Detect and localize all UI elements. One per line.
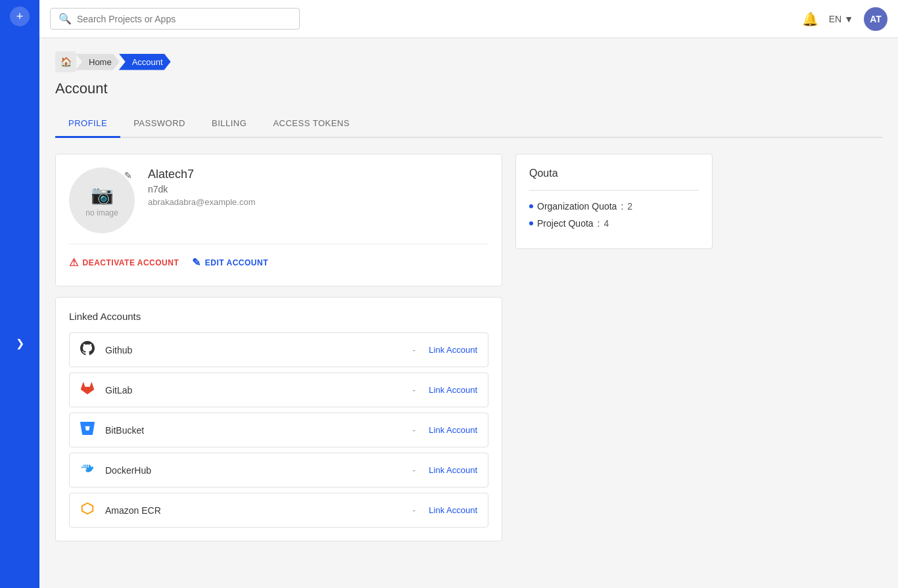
top-navigation: 🔍 🔔 EN ▼ AT	[39, 0, 898, 38]
profile-info: ✎ 📷 no image Alatech7 n7dk abrakadabra@e…	[69, 168, 488, 244]
linked-accounts-title: Linked Accounts	[69, 311, 488, 322]
quota-org-separator: :	[621, 201, 623, 212]
profile-card: ✎ 📷 no image Alatech7 n7dk abrakadabra@e…	[55, 154, 502, 286]
breadcrumb-link-home[interactable]: Home	[76, 54, 120, 70]
account-tabs: PROFILE PASSWORD BILLING ACCESS TOKENS	[55, 110, 882, 138]
quota-item-project: Project Quota : 4	[529, 218, 699, 229]
linked-item-gitlab-name: GitLab	[105, 385, 413, 396]
linked-accounts-list: Github - Link Account GitLab - Link Acco…	[69, 332, 488, 528]
profile-name: Alatech7	[148, 168, 488, 181]
tab-access-tokens[interactable]: ACCESS TOKENS	[260, 110, 363, 138]
link-account-dockerhub-button[interactable]: Link Account	[429, 465, 477, 475]
quota-title: Qouta	[529, 168, 699, 179]
link-account-gitlab-button[interactable]: Link Account	[429, 385, 477, 395]
edit-account-button[interactable]: ✎ EDIT ACCOUNT	[192, 252, 268, 273]
content-grid: ✎ 📷 no image Alatech7 n7dk abrakadabra@e…	[55, 154, 882, 552]
quota-org-value: 2	[627, 201, 632, 212]
link-account-github-button[interactable]: Link Account	[429, 345, 477, 355]
tab-billing[interactable]: BILLING	[199, 110, 260, 138]
quota-bullet-icon	[529, 204, 533, 208]
linked-item-github-name: Github	[105, 345, 413, 355]
quota-project-separator: :	[598, 218, 600, 229]
quota-project-value: 4	[604, 218, 609, 229]
breadcrumb: 🏠 Home Account	[55, 51, 882, 72]
list-item: DockerHub - Link Account	[69, 453, 488, 487]
profile-details: Alatech7 n7dk abrakadabra@example.com	[148, 168, 488, 207]
profile-actions: ⚠ DEACTIVATE ACCOUNT ✎ EDIT ACCOUNT	[69, 244, 488, 273]
breadcrumb-item-account[interactable]: Account	[120, 54, 171, 70]
list-item: Github - Link Account	[69, 332, 488, 367]
quota-bullet-icon	[529, 221, 533, 225]
deactivate-icon: ⚠	[69, 256, 79, 269]
breadcrumb-item-home[interactable]: Home	[76, 54, 120, 70]
main-content: 🏠 Home Account Account PROFILE PASSWORD …	[39, 38, 898, 588]
tab-profile[interactable]: PROFILE	[55, 110, 120, 138]
search-input[interactable]	[77, 14, 291, 24]
sidebar-collapse-button[interactable]: ❯	[0, 333, 39, 353]
profile-username: n7dk	[148, 184, 488, 194]
gitlab-icon	[80, 381, 99, 399]
list-item: Amazon ECR - Link Account	[69, 493, 488, 528]
edit-icon: ✎	[192, 256, 201, 269]
linked-item-gitlab-status: -	[413, 385, 416, 396]
chevron-down-icon: ▼	[844, 14, 853, 24]
quota-panel: Qouta Organization Quota : 2 Project Quo…	[515, 154, 713, 552]
image-placeholder-icon: 📷	[91, 184, 114, 206]
quota-card: Qouta Organization Quota : 2 Project Quo…	[515, 154, 713, 249]
edit-avatar-icon[interactable]: ✎	[124, 170, 132, 181]
linked-item-bitbucket-status: -	[413, 425, 416, 436]
link-account-amazon-ecr-button[interactable]: Link Account	[429, 505, 477, 515]
tab-password[interactable]: PASSWORD	[120, 110, 199, 138]
topnav-right: 🔔 EN ▼ AT	[802, 7, 887, 31]
language-selector[interactable]: EN ▼	[829, 14, 853, 24]
search-wrapper: 🔍	[50, 8, 300, 30]
profile-avatar[interactable]: ✎ 📷 no image	[69, 168, 135, 233]
profile-panel: ✎ 📷 no image Alatech7 n7dk abrakadabra@e…	[55, 154, 502, 552]
search-icon: 🔍	[59, 12, 72, 25]
page-title: Account	[55, 80, 882, 97]
linked-item-dockerhub-name: DockerHub	[105, 465, 413, 476]
sidebar-add-button[interactable]: +	[10, 7, 30, 26]
linked-item-amazon-ecr-name: Amazon ECR	[105, 505, 413, 516]
amazon-ecr-icon	[80, 501, 99, 519]
linked-item-bitbucket-name: BitBucket	[105, 425, 413, 436]
notification-bell-icon[interactable]: 🔔	[802, 11, 818, 27]
no-image-label: no image	[85, 208, 118, 217]
bitbucket-icon	[80, 421, 99, 439]
deactivate-account-button[interactable]: ⚠ DEACTIVATE ACCOUNT	[69, 252, 179, 273]
quota-item-organization: Organization Quota : 2	[529, 201, 699, 212]
github-icon	[80, 341, 99, 359]
profile-email: abrakadabra@example.com	[148, 197, 488, 207]
linked-item-dockerhub-status: -	[413, 465, 416, 476]
list-item: BitBucket - Link Account	[69, 413, 488, 447]
list-item: GitLab - Link Account	[69, 373, 488, 407]
linked-accounts-card: Linked Accounts Github - Link Account	[55, 297, 502, 541]
dockerhub-icon	[80, 461, 99, 479]
breadcrumb-home[interactable]: 🏠	[55, 51, 76, 72]
link-account-bitbucket-button[interactable]: Link Account	[429, 425, 477, 435]
linked-item-amazon-ecr-status: -	[413, 505, 416, 516]
breadcrumb-link-account[interactable]: Account	[119, 54, 171, 70]
quota-project-key: Project Quota	[537, 218, 594, 229]
sidebar: + ❯	[0, 0, 39, 588]
quota-org-key: Organization Quota	[537, 201, 617, 212]
linked-item-github-status: -	[413, 345, 416, 355]
user-avatar[interactable]: AT	[864, 7, 887, 31]
